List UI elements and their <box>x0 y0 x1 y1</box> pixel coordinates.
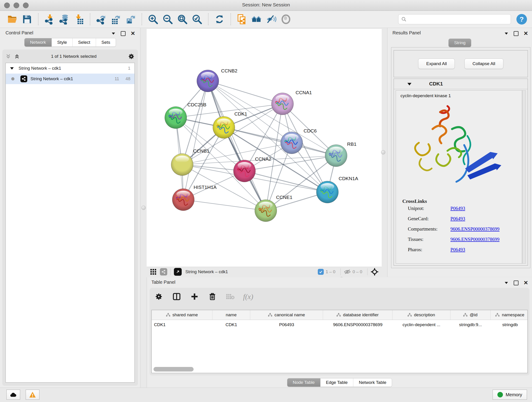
network-edge-CDK1-RB1[interactable] <box>224 128 336 156</box>
detach-view-icon[interactable] <box>174 268 182 276</box>
clone-network-button[interactable] <box>235 13 248 26</box>
network-node-CCNB2[interactable] <box>197 70 219 92</box>
show-columns-button[interactable] <box>172 292 182 302</box>
open-session-button[interactable] <box>6 13 19 26</box>
network-edge-CCNB2-CCNE1[interactable] <box>208 81 266 211</box>
panel-float-icon[interactable] <box>514 31 519 36</box>
home-stringify-button[interactable] <box>250 13 263 26</box>
tab-network-table[interactable]: Network Table <box>353 378 392 387</box>
cloud-status-button[interactable] <box>6 390 20 400</box>
crosslink-label: Tissues: <box>408 236 450 242</box>
show-hide-graphics-button[interactable] <box>265 13 278 26</box>
section-collapse-icon[interactable] <box>407 82 412 86</box>
tab-string[interactable]: String <box>449 39 471 47</box>
network-node-CCNA2[interactable] <box>234 160 255 182</box>
network-node-CCNA1[interactable] <box>272 93 293 115</box>
grid-view-icon[interactable] <box>150 268 157 275</box>
column-header-shared-name[interactable]: shared name <box>152 310 212 320</box>
tab-network[interactable]: Network <box>25 38 52 46</box>
network-edge-CCNA2-CDKN1A[interactable] <box>244 171 327 192</box>
create-column-button[interactable] <box>190 292 200 302</box>
gear-icon[interactable] <box>128 53 135 60</box>
collapse-all-button[interactable]: Collapse All <box>464 58 503 69</box>
crosslink-link[interactable]: 9606.ENSP00000378699 <box>450 236 500 242</box>
apply-layout-button[interactable] <box>213 13 226 26</box>
tab-sets[interactable]: Sets <box>96 38 116 46</box>
export-table-button[interactable] <box>109 13 122 26</box>
selected-checkbox-icon[interactable] <box>318 269 324 275</box>
left-splitter-grip[interactable] <box>141 206 146 210</box>
table-settings-button[interactable] <box>154 292 164 302</box>
network-edge-CCNB2-HIST1H1A[interactable] <box>183 81 208 200</box>
network-node-CCNE1[interactable] <box>255 200 277 222</box>
panel-menu-icon[interactable] <box>111 32 116 35</box>
import-network-from-database-button[interactable] <box>58 13 70 26</box>
column-header-name[interactable]: name <box>212 310 250 320</box>
network-node-CDKN1A[interactable] <box>317 181 338 203</box>
function-builder-button[interactable]: f(x) <box>243 293 253 301</box>
network-node-CDK1[interactable] <box>213 116 235 138</box>
birds-eye-view-button[interactable] <box>279 13 292 26</box>
save-session-button[interactable] <box>21 13 33 26</box>
zoom-out-button[interactable] <box>161 13 174 26</box>
hidden-eye-icon[interactable] <box>344 269 351 275</box>
network-view-canvas[interactable]: CCNB2CCNA1CDC25BCDK1CDC6RB1CCNB1CCNA2CDK… <box>147 29 382 267</box>
zoom-in-button[interactable] <box>147 13 159 26</box>
toolbar-separator <box>38 13 38 25</box>
collection-expand-icon[interactable] <box>10 67 14 70</box>
expand-all-chevron-icon[interactable] <box>14 54 20 59</box>
import-table-from-file-button[interactable] <box>72 13 85 26</box>
column-header-description[interactable]: description <box>393 310 450 320</box>
network-view-share-icon[interactable] <box>160 268 167 275</box>
column-header-database-identifier[interactable]: database identifier <box>323 310 393 320</box>
search-input[interactable] <box>409 17 508 22</box>
tab-style[interactable]: Style <box>52 38 73 46</box>
tab-edge-table[interactable]: Edge Table <box>321 378 354 387</box>
tab-select[interactable]: Select <box>73 38 96 46</box>
collection-name: String Network – cdk1 <box>19 66 61 71</box>
network-node-HIST1H1A[interactable] <box>172 189 194 211</box>
delete-column-button[interactable] <box>207 292 217 302</box>
expand-all-button[interactable]: Expand All <box>418 58 455 69</box>
panel-float-icon[interactable] <box>514 281 519 285</box>
network-node-RB1[interactable] <box>325 145 347 167</box>
collapse-all-chevron-icon[interactable] <box>6 54 11 59</box>
network-node-CDC25B[interactable] <box>165 107 187 128</box>
network-node-CDC6[interactable] <box>281 132 303 154</box>
warnings-button[interactable] <box>26 390 39 400</box>
delete-table-button[interactable] <box>225 292 235 302</box>
tab-node-table[interactable]: Node Table <box>287 378 321 387</box>
zoom-fit-button[interactable] <box>176 13 189 26</box>
results-scrollbar-track[interactable] <box>522 90 526 264</box>
import-network-from-file-button[interactable] <box>43 13 56 26</box>
memory-button[interactable]: Memory <box>493 390 527 400</box>
network-edge-CCNB2-CCNA1[interactable] <box>208 81 283 104</box>
column-header-canonical-name[interactable]: canonical name <box>250 310 323 320</box>
panel-float-icon[interactable] <box>121 31 126 36</box>
crosslink-link[interactable]: P06493 <box>450 206 465 211</box>
crosslink-link[interactable]: P06493 <box>450 216 465 222</box>
help-button[interactable]: ? <box>516 14 527 25</box>
zoom-selected-button[interactable] <box>191 13 203 26</box>
right-splitter-grip[interactable] <box>381 150 385 154</box>
column-header--id[interactable]: @id <box>450 310 491 320</box>
crosslink-link[interactable]: 9606.ENSP00000378699 <box>450 226 500 232</box>
horizontal-scrollbar-thumb[interactable] <box>153 367 194 371</box>
panel-close-icon[interactable]: ✕ <box>131 31 135 36</box>
panel-close-icon[interactable]: ✕ <box>524 31 528 36</box>
column-header-namespace[interactable]: namespace <box>491 310 528 320</box>
export-image-button[interactable] <box>124 13 137 26</box>
crosslink-link[interactable]: P06493 <box>450 247 465 253</box>
network-edge-HIST1H1A-CCNE1[interactable] <box>183 200 266 211</box>
crosslink-row: Pharos:P06493 <box>408 247 522 253</box>
panel-menu-icon[interactable] <box>504 32 509 35</box>
network-row[interactable]: String Network – cdk1 11 48 <box>6 74 134 84</box>
network-node-CCNB1[interactable] <box>171 153 193 176</box>
network-collection-row[interactable]: String Network – cdk1 1 <box>6 63 134 74</box>
fit-content-crosshair-icon[interactable] <box>371 268 379 276</box>
table-row[interactable]: CDK1CDK1P064939606.ENSP00000378699cyclin… <box>152 320 527 330</box>
panel-menu-icon[interactable] <box>504 281 509 284</box>
node-details-header[interactable]: CDK1 <box>394 79 528 89</box>
panel-close-icon[interactable]: ✕ <box>524 280 528 286</box>
export-network-button[interactable] <box>95 13 108 26</box>
